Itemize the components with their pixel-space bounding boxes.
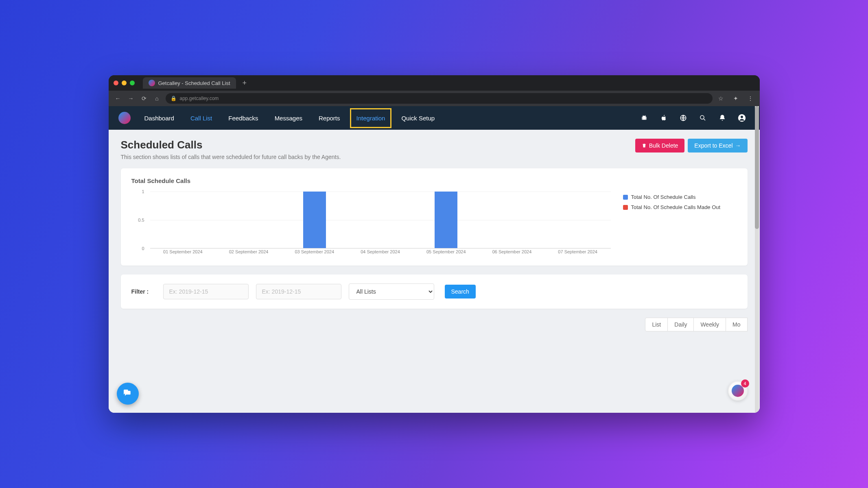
view-mode-tabs: List Daily Weekly Mo — [121, 318, 748, 331]
x-tick: 05 September 2024 — [413, 249, 479, 257]
bell-icon[interactable] — [717, 113, 727, 123]
nav-reports[interactable]: Reports — [312, 108, 347, 128]
search-button-label: Search — [451, 288, 469, 295]
chart-card: Total Schedule Calls 1 0.5 0 — [121, 168, 748, 266]
vertical-scrollbar[interactable] — [755, 106, 759, 413]
address-bar[interactable]: 🔒 app.getcalley.com — [166, 93, 713, 104]
filter-from-date-input[interactable] — [163, 284, 249, 299]
chart-bar — [435, 192, 457, 248]
back-button[interactable]: ← — [114, 94, 122, 103]
browser-tabbar: Getcalley - Scheduled Call List + — [109, 75, 760, 91]
y-tick: 1 — [142, 189, 144, 194]
page-subtitle: This section shows lists of calls that w… — [121, 154, 632, 160]
globe-icon[interactable] — [678, 113, 688, 123]
legend-item[interactable]: Total No. Of Schedule Calls — [623, 194, 737, 200]
nav-feedbacks[interactable]: Feedbacks — [222, 108, 265, 128]
nav-quick-setup[interactable]: Quick Setup — [395, 108, 441, 128]
svg-point-3 — [741, 116, 743, 118]
filter-to-date-input[interactable] — [256, 284, 341, 299]
x-tick: 04 September 2024 — [348, 249, 413, 257]
extensions-icon[interactable]: ✦ — [731, 94, 740, 103]
browser-toolbar: ← → ⟳ ⌂ 🔒 app.getcalley.com ☆ ✦ ⋮ — [109, 91, 760, 106]
nav-integration[interactable]: Integration — [350, 108, 392, 128]
chart-title: Total Schedule Calls — [131, 177, 737, 184]
chart-bar — [303, 192, 326, 248]
export-label: Export to Excel — [694, 142, 732, 149]
plot-area — [150, 192, 611, 248]
trash-icon — [642, 143, 647, 148]
browser-tab[interactable]: Getcalley - Scheduled Call List — [143, 77, 236, 89]
new-tab-button[interactable]: + — [239, 79, 250, 87]
search-button[interactable]: Search — [445, 285, 476, 298]
app-logo-icon[interactable] — [118, 112, 131, 124]
y-tick: 0.5 — [138, 218, 144, 222]
filter-card: Filter : All Lists Search — [121, 274, 748, 309]
view-tab-weekly[interactable]: Weekly — [693, 318, 726, 331]
search-icon[interactable] — [698, 113, 708, 123]
legend-label: Total No. Of Schedule Calls — [631, 194, 696, 200]
bulk-delete-button[interactable]: Bulk Delete — [635, 139, 685, 152]
view-tab-list[interactable]: List — [645, 318, 668, 331]
favicon-icon — [149, 80, 155, 86]
bookmark-star-icon[interactable]: ☆ — [717, 94, 726, 103]
browser-menu-icon[interactable]: ⋮ — [746, 94, 755, 103]
arrow-right-icon: → — [735, 142, 741, 149]
user-avatar-icon[interactable] — [737, 113, 747, 123]
reload-button[interactable]: ⟳ — [140, 94, 149, 103]
x-tick: 02 September 2024 — [216, 249, 282, 257]
forward-button[interactable]: → — [127, 94, 136, 103]
bar-chart: 1 0.5 0 01 September 2024 — [131, 192, 611, 257]
app-topnav: Dashboard Call List Feedbacks Messages R… — [109, 106, 760, 130]
scrollbar-thumb[interactable] — [755, 106, 759, 229]
chat-widget-button[interactable] — [117, 383, 139, 405]
view-tab-daily[interactable]: Daily — [667, 318, 694, 331]
minimize-window-icon[interactable] — [122, 81, 127, 85]
app-viewport: Dashboard Call List Feedbacks Messages R… — [109, 106, 760, 413]
legend-swatch-icon — [623, 205, 628, 210]
legend-label: Total No. Of Schedule Calls Made Out — [631, 204, 721, 210]
page-body: Scheduled Calls This section shows lists… — [109, 130, 760, 413]
chart-legend: Total No. Of Schedule Calls Total No. Of… — [623, 192, 737, 257]
view-tab-monthly[interactable]: Mo — [726, 318, 747, 331]
y-tick: 0 — [142, 246, 144, 251]
nav-dashboard[interactable]: Dashboard — [138, 108, 181, 128]
apple-icon[interactable] — [659, 113, 669, 123]
android-icon[interactable] — [639, 113, 649, 123]
help-widget-button[interactable]: 4 — [728, 381, 748, 401]
notification-badge: 4 — [741, 379, 749, 388]
tab-title: Getcalley - Scheduled Call List — [158, 80, 230, 86]
lock-icon: 🔒 — [171, 96, 177, 101]
home-button[interactable]: ⌂ — [153, 94, 162, 103]
nav-messages[interactable]: Messages — [268, 108, 309, 128]
legend-swatch-icon — [623, 195, 628, 200]
svg-point-1 — [700, 115, 704, 119]
close-window-icon[interactable] — [114, 81, 118, 85]
chat-icon — [122, 388, 133, 399]
page-header: Scheduled Calls This section shows lists… — [121, 139, 748, 160]
url-text: app.getcalley.com — [180, 96, 219, 101]
nav-call-list[interactable]: Call List — [184, 108, 219, 128]
browser-window: Getcalley - Scheduled Call List + ← → ⟳ … — [109, 75, 760, 413]
x-tick: 06 September 2024 — [479, 249, 545, 257]
filter-list-select[interactable]: All Lists — [349, 283, 434, 300]
maximize-window-icon[interactable] — [130, 81, 135, 85]
filter-label: Filter : — [131, 288, 156, 295]
export-excel-button[interactable]: Export to Excel → — [688, 139, 747, 152]
window-controls[interactable] — [114, 81, 135, 85]
bulk-delete-label: Bulk Delete — [649, 142, 678, 149]
x-tick: 01 September 2024 — [150, 249, 216, 257]
help-widget-logo-icon — [732, 385, 744, 397]
x-tick: 07 September 2024 — [545, 249, 611, 257]
legend-item[interactable]: Total No. Of Schedule Calls Made Out — [623, 204, 737, 210]
x-tick: 03 September 2024 — [282, 249, 348, 257]
page-title: Scheduled Calls — [121, 139, 632, 151]
